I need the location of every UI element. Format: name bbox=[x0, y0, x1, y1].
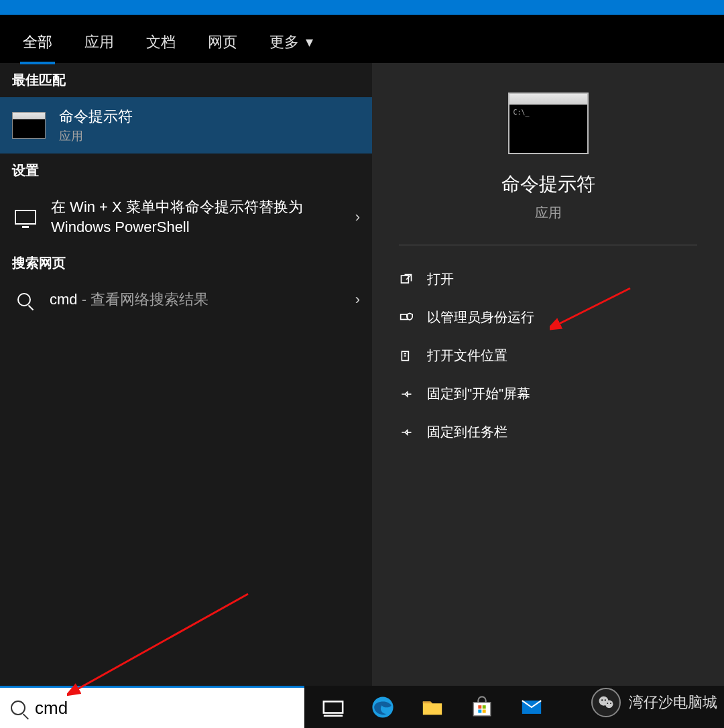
preview-pane: 命令提示符 应用 打开 以管理员身份运行 bbox=[372, 63, 724, 688]
svg-point-17 bbox=[610, 703, 611, 704]
action-run-admin[interactable]: 以管理员身份运行 bbox=[398, 298, 699, 337]
tab-label: 全部 bbox=[23, 34, 52, 50]
chevron-down-icon: ▾ bbox=[306, 34, 313, 51]
action-label: 打开 bbox=[427, 270, 454, 288]
edge-browser-icon[interactable] bbox=[369, 693, 397, 721]
action-open-location[interactable]: 打开文件位置 bbox=[398, 337, 699, 375]
section-settings: 设置 bbox=[0, 154, 372, 188]
web-query: cmd bbox=[50, 291, 78, 308]
svg-rect-8 bbox=[483, 705, 486, 709]
preview-title: 命令提示符 bbox=[372, 172, 724, 197]
action-label: 固定到"开始"屏幕 bbox=[427, 385, 530, 403]
section-web: 搜索网页 bbox=[0, 246, 372, 280]
tab-all[interactable]: 全部 bbox=[7, 24, 68, 63]
action-label: 以管理员身份运行 bbox=[427, 308, 534, 326]
svg-rect-7 bbox=[478, 705, 481, 709]
monitor-icon bbox=[15, 210, 36, 225]
pin-icon bbox=[398, 426, 415, 439]
action-label: 固定到任务栏 bbox=[427, 423, 507, 441]
taskbar-search-box[interactable] bbox=[0, 686, 304, 728]
tab-documents[interactable]: 文档 bbox=[130, 24, 192, 63]
action-pin-start[interactable]: 固定到"开始"屏幕 bbox=[398, 375, 699, 413]
svg-rect-9 bbox=[478, 709, 481, 713]
result-title: cmd - 查看网络搜索结果 bbox=[50, 290, 342, 310]
result-settings-item[interactable]: 在 Win + X 菜单中将命令提示符替换为 Windows PowerShel… bbox=[0, 188, 372, 246]
tab-label: 网页 bbox=[208, 34, 237, 50]
chevron-right-icon: › bbox=[355, 208, 360, 226]
folder-icon bbox=[398, 349, 415, 363]
result-title: 在 Win + X 菜单中将命令提示符替换为 Windows PowerShel… bbox=[51, 197, 342, 237]
watermark: 湾仔沙电脑城 bbox=[591, 688, 717, 717]
svg-rect-3 bbox=[324, 701, 343, 713]
cmd-app-icon-large[interactable] bbox=[508, 93, 589, 154]
tab-label: 应用 bbox=[84, 34, 114, 50]
tab-web[interactable]: 网页 bbox=[192, 24, 253, 63]
svg-point-16 bbox=[607, 703, 608, 704]
web-hint: - 查看网络搜索结果 bbox=[78, 291, 209, 308]
svg-point-15 bbox=[605, 699, 606, 701]
result-web-item[interactable]: cmd - 查看网络搜索结果 › bbox=[0, 280, 372, 319]
microsoft-store-icon[interactable] bbox=[468, 693, 496, 721]
svg-rect-10 bbox=[483, 709, 486, 713]
action-label: 打开文件位置 bbox=[427, 347, 507, 365]
cmd-app-icon bbox=[12, 112, 46, 139]
window-titlebar bbox=[0, 0, 724, 15]
search-category-tabs: 全部 应用 文档 网页 更多 ▾ bbox=[0, 15, 724, 63]
results-pane: 最佳匹配 命令提示符 应用 设置 在 Win + X 菜单中将命令提示符替换为 … bbox=[0, 63, 372, 688]
svg-rect-6 bbox=[473, 702, 491, 715]
open-icon bbox=[398, 273, 415, 286]
preview-sub: 应用 bbox=[372, 204, 724, 222]
tab-label: 更多 bbox=[269, 34, 299, 50]
tab-apps[interactable]: 应用 bbox=[68, 24, 130, 63]
pin-icon bbox=[398, 387, 415, 401]
section-best-match: 最佳匹配 bbox=[0, 63, 372, 97]
wechat-icon bbox=[591, 688, 621, 717]
svg-point-14 bbox=[601, 699, 603, 701]
result-title: 命令提示符 bbox=[59, 107, 360, 127]
file-explorer-icon[interactable] bbox=[418, 693, 446, 721]
result-sub: 应用 bbox=[59, 128, 360, 144]
tab-more[interactable]: 更多 ▾ bbox=[253, 24, 329, 63]
chevron-right-icon: › bbox=[355, 291, 360, 308]
svg-rect-0 bbox=[402, 276, 409, 283]
shield-icon bbox=[398, 311, 415, 324]
result-best-match[interactable]: 命令提示符 应用 bbox=[0, 97, 372, 154]
search-input[interactable] bbox=[35, 698, 236, 719]
divider bbox=[399, 245, 697, 245]
search-icon bbox=[11, 701, 25, 715]
watermark-text: 湾仔沙电脑城 bbox=[629, 692, 717, 713]
search-icon bbox=[17, 293, 31, 306]
svg-point-13 bbox=[605, 701, 613, 709]
task-view-icon[interactable] bbox=[319, 693, 347, 721]
action-open[interactable]: 打开 bbox=[398, 260, 699, 298]
action-pin-taskbar[interactable]: 固定到任务栏 bbox=[398, 413, 699, 451]
tab-label: 文档 bbox=[146, 34, 176, 50]
mail-icon[interactable] bbox=[518, 693, 546, 721]
